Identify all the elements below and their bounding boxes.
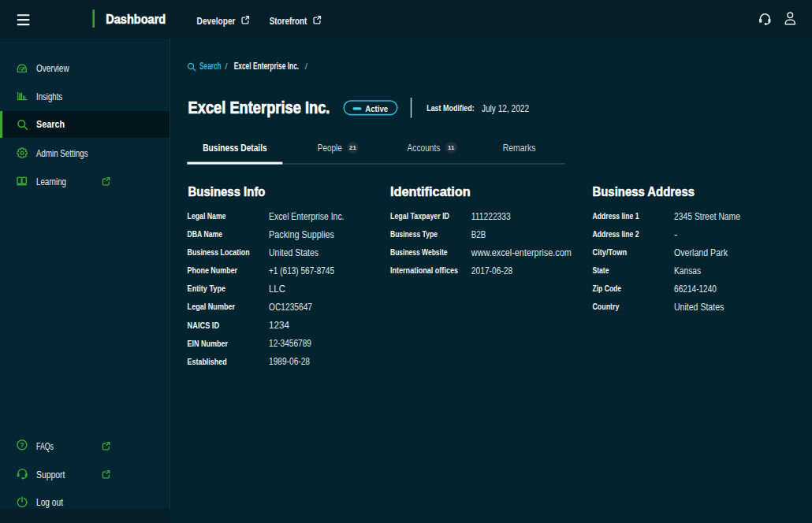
svg-text:Learning: Learning bbox=[36, 176, 66, 187]
svg-text:Accounts: Accounts bbox=[408, 143, 441, 154]
svg-text:Excel Enterprise Inc.: Excel Enterprise Inc. bbox=[269, 211, 345, 222]
svg-text:Developer: Developer bbox=[197, 15, 236, 27]
svg-text:City/Town: City/Town bbox=[593, 247, 628, 257]
svg-text:Established: Established bbox=[188, 357, 227, 366]
svg-text:-: - bbox=[674, 229, 678, 240]
svg-text:66214-1240: 66214-1240 bbox=[674, 284, 717, 295]
svg-text:1989-06-28: 1989-06-28 bbox=[269, 356, 310, 367]
svg-text:Dashboard: Dashboard bbox=[106, 12, 166, 26]
svg-text:Log out: Log out bbox=[36, 497, 63, 508]
svg-text:Search: Search bbox=[199, 61, 222, 72]
svg-text:July 12, 2022: July 12, 2022 bbox=[482, 103, 529, 114]
svg-text:Business Info: Business Info bbox=[188, 184, 266, 199]
svg-text:Remarks: Remarks bbox=[503, 143, 536, 154]
svg-text:Kansas: Kansas bbox=[674, 265, 701, 276]
svg-text:Storefront: Storefront bbox=[270, 15, 307, 27]
svg-text:Business Type: Business Type bbox=[390, 229, 438, 239]
svg-text:Admin Settings: Admin Settings bbox=[36, 148, 88, 159]
svg-text:Packing Supplies: Packing Supplies bbox=[269, 229, 334, 240]
svg-text:EIN Number: EIN Number bbox=[188, 339, 229, 348]
svg-text:Address line 2: Address line 2 bbox=[593, 229, 639, 239]
svg-text:FAQs: FAQs bbox=[36, 441, 54, 452]
svg-text:Overland Park: Overland Park bbox=[674, 247, 728, 258]
svg-text:11: 11 bbox=[448, 144, 455, 151]
svg-text:Business Website: Business Website bbox=[390, 247, 448, 257]
svg-text:Insights: Insights bbox=[36, 91, 62, 102]
svg-text:Business Details: Business Details bbox=[203, 143, 267, 154]
svg-text:Overview: Overview bbox=[36, 63, 69, 74]
svg-text:Country: Country bbox=[593, 302, 620, 311]
svg-text:Identification: Identification bbox=[390, 184, 471, 199]
svg-text:People: People bbox=[318, 143, 342, 154]
svg-text:United States: United States bbox=[674, 302, 724, 313]
svg-text:International offices: International offices bbox=[390, 265, 458, 275]
svg-text:2345 Street Name: 2345 Street Name bbox=[674, 211, 740, 222]
svg-text:State: State bbox=[593, 265, 609, 275]
svg-text:Excel Enterprise Inc.: Excel Enterprise Inc. bbox=[234, 61, 300, 72]
svg-text:www.excel-enterprise.com: www.excel-enterprise.com bbox=[471, 247, 572, 258]
svg-text:12-3456789: 12-3456789 bbox=[269, 338, 311, 349]
svg-text:Excel Enterprise Inc.: Excel Enterprise Inc. bbox=[188, 98, 330, 117]
svg-text:111222333: 111222333 bbox=[471, 211, 511, 222]
svg-text:2017-06-28: 2017-06-28 bbox=[471, 265, 512, 276]
svg-text:Search: Search bbox=[36, 119, 65, 130]
svg-text:21: 21 bbox=[349, 144, 356, 151]
svg-text:Zip Code: Zip Code bbox=[593, 284, 622, 293]
svg-text:Phone Number: Phone Number bbox=[188, 265, 238, 275]
svg-text:+1 (613) 567-8745: +1 (613) 567-8745 bbox=[269, 265, 334, 276]
svg-text:B2B: B2B bbox=[471, 229, 486, 240]
svg-text:Last Modified:: Last Modified: bbox=[426, 103, 475, 113]
svg-text:1234: 1234 bbox=[269, 320, 289, 331]
svg-text:Legal Name: Legal Name bbox=[188, 211, 226, 221]
svg-text:LLC: LLC bbox=[269, 284, 285, 295]
svg-text:Legal Taxpayer ID: Legal Taxpayer ID bbox=[390, 211, 449, 221]
svg-text:Business Location: Business Location bbox=[188, 247, 250, 257]
svg-text:United States: United States bbox=[269, 247, 318, 258]
svg-text:OC1235647: OC1235647 bbox=[269, 302, 312, 313]
svg-text:DBA Name: DBA Name bbox=[188, 229, 223, 239]
svg-text:Active: Active bbox=[365, 104, 388, 113]
svg-text:Legal Number: Legal Number bbox=[188, 302, 236, 311]
svg-text:?: ? bbox=[20, 440, 24, 449]
svg-text:Support: Support bbox=[36, 469, 65, 480]
svg-text:Business Address: Business Address bbox=[593, 184, 695, 199]
svg-text:Address line 1: Address line 1 bbox=[593, 211, 639, 221]
svg-text:NAICS ID: NAICS ID bbox=[188, 321, 220, 330]
svg-text:Entity Type: Entity Type bbox=[188, 284, 226, 293]
